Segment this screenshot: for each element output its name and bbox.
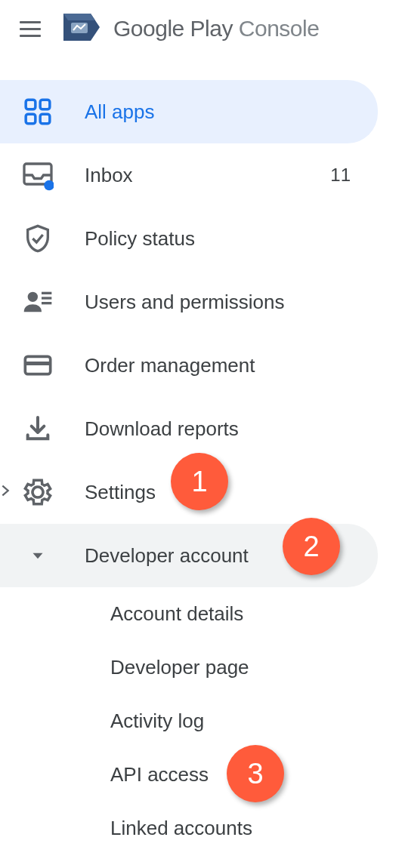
logo-brand-primary: Google Play <box>113 16 233 41</box>
nav-label-linked-accounts: Linked accounts <box>110 817 384 840</box>
nav-item-inbox[interactable]: Inbox 11 <box>0 143 378 207</box>
svg-marker-13 <box>33 553 43 559</box>
nav-item-developer-account[interactable]: Developer account 2 <box>0 524 378 587</box>
sidebar-nav: All apps Inbox 11 Policy status <box>0 80 405 855</box>
nav-label-developer-page: Developer page <box>110 656 384 679</box>
nav-label-activity-log: Activity log <box>110 709 384 733</box>
caret-down-icon <box>21 539 54 572</box>
nav-item-download-reports[interactable]: Download reports <box>0 397 378 460</box>
inbox-count-badge: 11 <box>330 165 351 186</box>
nav-sub-developer-page[interactable]: Developer page <box>0 641 405 694</box>
nav-item-order-management[interactable]: Order management <box>0 334 378 397</box>
shield-check-icon <box>21 222 54 255</box>
annotation-1: 1 <box>171 453 228 510</box>
nav-label-all-apps: All apps <box>85 100 357 124</box>
nav-label-users: Users and permissions <box>85 291 357 314</box>
nav-item-policy-status[interactable]: Policy status <box>0 207 378 270</box>
logo-brand-secondary: Console <box>239 16 320 41</box>
annotation-2: 2 <box>283 518 340 575</box>
users-icon <box>21 285 54 319</box>
nav-sub-activity-log[interactable]: Activity log <box>0 694 405 748</box>
nav-item-settings[interactable]: Settings 1 <box>0 460 378 524</box>
nav-label-downloads: Download reports <box>85 417 357 441</box>
nav-sub-api-access[interactable]: API access 3 <box>0 748 405 802</box>
logo[interactable]: Google Play Console <box>60 9 319 48</box>
nav-label-inbox: Inbox <box>85 164 300 187</box>
nav-item-all-apps[interactable]: All apps <box>0 80 378 143</box>
nav-sub-linked-accounts[interactable]: Linked accounts <box>0 802 405 855</box>
apps-grid-icon <box>21 95 54 128</box>
svg-point-6 <box>44 180 54 191</box>
gear-icon <box>21 476 54 509</box>
chevron-right-icon <box>0 482 14 502</box>
svg-rect-4 <box>40 114 50 124</box>
inbox-icon <box>21 159 54 192</box>
play-console-logo-icon <box>60 9 103 48</box>
nav-label-orders: Order management <box>85 354 357 377</box>
logo-text: Google Play Console <box>113 16 319 42</box>
svg-rect-1 <box>26 100 36 109</box>
svg-rect-3 <box>26 114 36 124</box>
hamburger-menu-button[interactable] <box>15 14 45 44</box>
svg-point-7 <box>28 292 38 302</box>
svg-rect-12 <box>25 362 50 365</box>
svg-rect-2 <box>40 100 50 109</box>
annotation-3: 3 <box>227 745 284 802</box>
credit-card-icon <box>21 349 54 382</box>
nav-label-policy: Policy status <box>85 227 357 251</box>
nav-label-account-details: Account details <box>110 602 384 626</box>
nav-item-users-permissions[interactable]: Users and permissions <box>0 270 378 334</box>
app-header: Google Play Console <box>0 0 405 57</box>
nav-sub-account-details[interactable]: Account details <box>0 587 405 641</box>
download-icon <box>21 412 54 445</box>
